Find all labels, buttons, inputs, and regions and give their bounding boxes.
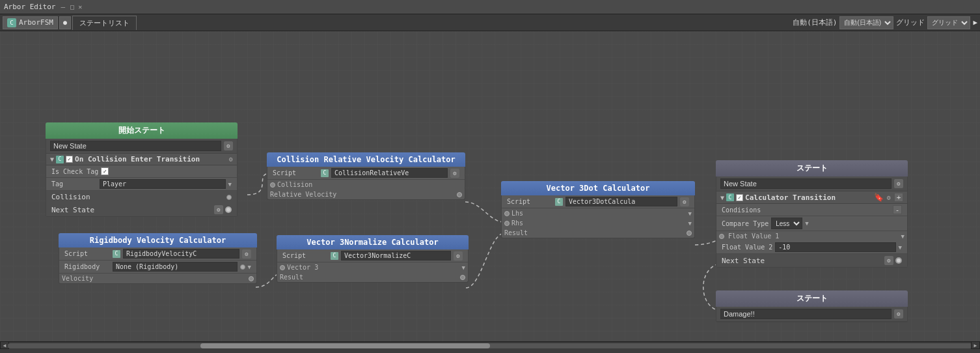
- rhs-port: [504, 221, 510, 226]
- compare-type-row: Compare Type Less ▼: [716, 216, 907, 231]
- rhs-row: Rhs ▼: [502, 218, 694, 228]
- vector3norm-calc-body: Script C Vector3NormalizeC ⚙ Vector 3 ▼ …: [277, 249, 469, 283]
- collision-calc-body: Script C CollisionRelativeVe ⚙ Collision…: [267, 167, 465, 200]
- rigidbody-script-value: RigidbodyVelocityC: [123, 249, 239, 259]
- lhs-dropdown[interactable]: ▼: [688, 210, 692, 217]
- rigidbody-calc-body: Script C RigidbodyVelocityC ⚙ Rigidbody …: [59, 247, 257, 284]
- collision-input-port: [270, 182, 275, 188]
- state-top-comp-header: ▼ C ✓ Calculator Transition 🔖 ⚙ +: [716, 191, 907, 204]
- start-comp-header: ▼ C ✓ On Collision Enter Transition ⚙: [46, 154, 237, 165]
- title-bar-label: Arbor Editor: [4, 3, 55, 11]
- float1-input-port: [719, 234, 724, 239]
- v3-dropdown[interactable]: ▼: [462, 264, 465, 271]
- vector3dot-calc-node: Vector 3Dot Calculator Script C Vector3D…: [501, 181, 695, 238]
- collision-script-icon: C: [321, 169, 329, 177]
- rigidbody-script-gear[interactable]: ⚙: [242, 249, 251, 259]
- rigidbody-calc-header: Rigidbody Velocity Calculator: [59, 233, 257, 247]
- toolbar-right: 自動(日本語) 自動(日本語) グリッド グリッド ▶: [793, 16, 977, 29]
- state-top-comp-gear[interactable]: ⚙: [887, 194, 891, 201]
- collision-port-circle: [226, 195, 232, 200]
- comp-gear2[interactable]: ⚙: [229, 156, 233, 163]
- fsm-icon: C: [7, 18, 16, 27]
- arrow-right[interactable]: ▶: [973, 18, 977, 27]
- vector3dot-calc-header: Vector 3Dot Calculator: [501, 181, 695, 195]
- rigidbody-dropdown[interactable]: ▼: [248, 264, 251, 270]
- v3norm-script-row: Script C Vector3NormalizeC ⚙: [277, 249, 468, 262]
- next-state-gear-start[interactable]: ⚙: [214, 205, 223, 214]
- start-state-header: 開始ステート: [46, 122, 238, 139]
- state-list-tab[interactable]: ステートリスト: [72, 16, 137, 30]
- float2-dropdown[interactable]: ▼: [899, 244, 902, 251]
- v3dot-script-gear[interactable]: ⚙: [680, 197, 689, 206]
- rigidbody-value: None (Rigidbody): [113, 262, 238, 272]
- v3norm-script-gear[interactable]: ⚙: [454, 251, 463, 261]
- relative-velocity-port: [457, 192, 462, 197]
- state-damage-name-row: ⚙: [716, 307, 907, 322]
- v3dot-result-port: [687, 231, 692, 236]
- v3norm-result-row: Result: [277, 272, 468, 282]
- grid-select[interactable]: グリッド: [927, 16, 970, 29]
- state-top-gear[interactable]: ⚙: [894, 179, 903, 188]
- state-top-toggle[interactable]: ▼: [720, 194, 724, 201]
- v3-port-row: Vector 3 ▼: [277, 262, 468, 272]
- lhs-row: Lhs ▼: [502, 208, 694, 218]
- canvas: 開始ステート ⚙ ▼ C ✓ On Collision Enter Transi…: [0, 31, 980, 349]
- comp-toggle[interactable]: ▼: [50, 156, 54, 163]
- collision-script-gear[interactable]: ⚙: [450, 169, 459, 178]
- collision-row: Collision: [46, 191, 237, 203]
- state-top-next-gear[interactable]: ⚙: [884, 256, 893, 265]
- start-state-name-input[interactable]: [50, 141, 221, 151]
- compare-dropdown-arrow[interactable]: ▼: [805, 220, 808, 227]
- state-damage-header: ステート: [716, 290, 908, 307]
- condisions-minus[interactable]: -: [893, 205, 902, 214]
- state-top-body: ⚙ ▼ C ✓ Calculator Transition 🔖 ⚙ + Cond…: [716, 176, 908, 268]
- float-value2-row: Float Value 2 -10 ▼: [716, 241, 907, 254]
- tag-value: Player: [100, 179, 226, 189]
- is-check-tag-row: Is Check Tag ✓: [46, 165, 237, 178]
- vector3dot-calc-body: Script C Vector3DotCalcula ⚙ Lhs ▼ Rhs ▼…: [501, 195, 695, 238]
- float2-value: -10: [775, 242, 895, 252]
- next-state-icons-start: ⚙: [214, 205, 232, 214]
- state-damage-body: ⚙: [716, 307, 908, 322]
- collision-port-icons: [226, 195, 232, 200]
- rigidbody-port: [240, 264, 245, 270]
- lhs-port: [504, 211, 510, 216]
- fsm-label: C ArborFSM: [3, 16, 58, 29]
- v3dot-script-value: Vector3DotCalcula: [565, 197, 677, 206]
- start-state-gear[interactable]: ⚙: [224, 141, 233, 150]
- state-damage-gear[interactable]: ⚙: [894, 309, 903, 318]
- rigidbody-script-row: Script C RigidbodyVelocityC ⚙: [59, 247, 256, 261]
- start-state-node: 開始ステート ⚙ ▼ C ✓ On Collision Enter Transi…: [46, 122, 238, 217]
- v3norm-script-icon: C: [331, 252, 338, 260]
- title-bar-extra: □ ✕: [70, 3, 82, 10]
- settings-btn[interactable]: ●: [59, 16, 71, 29]
- relative-velocity-row: Relative Velocity: [267, 190, 465, 199]
- scrollbar-container: ◀ ▶: [0, 341, 980, 349]
- state-top-plus[interactable]: +: [894, 193, 903, 202]
- comp-checkbox[interactable]: ✓: [66, 156, 73, 163]
- scrollbar-thumb[interactable]: [200, 343, 490, 348]
- state-top-name-input[interactable]: [720, 178, 892, 189]
- rigidbody-script-icon: C: [113, 250, 120, 258]
- state-top-next-port: [895, 257, 902, 264]
- toolbar: C ArborFSM ● ステートリスト 自動(日本語) 自動(日本語) グリッ…: [0, 14, 980, 31]
- is-check-tag-checkbox[interactable]: ✓: [101, 167, 109, 175]
- v3dot-script-icon: C: [555, 198, 563, 206]
- fsm-name: ArborFSM: [19, 18, 53, 27]
- title-bar: Arbor Editor ― □ ✕: [0, 0, 980, 14]
- grid-label: グリッド: [896, 18, 925, 27]
- state-top-comp-checkbox[interactable]: ✓: [736, 194, 743, 201]
- velocity-row: Velocity: [59, 274, 256, 283]
- scroll-right[interactable]: ▶: [971, 341, 980, 349]
- state-top-next-state-row: Next State ⚙: [716, 254, 907, 267]
- scrollbar-track[interactable]: [8, 343, 972, 348]
- float1-dropdown[interactable]: ▼: [901, 233, 905, 240]
- rhs-dropdown[interactable]: ▼: [688, 220, 692, 227]
- state-top-header: ステート: [716, 160, 908, 176]
- collision-calc-header: Collision Relative Velocity Calculator: [267, 152, 465, 167]
- auto-select[interactable]: 自動(日本語): [839, 16, 893, 29]
- state-damage-name-input[interactable]: [720, 309, 892, 319]
- dropdown-arrow[interactable]: ▼: [228, 181, 232, 188]
- collision-calc-node: Collision Relative Velocity Calculator S…: [267, 152, 465, 200]
- compare-type-select[interactable]: Less: [771, 218, 802, 229]
